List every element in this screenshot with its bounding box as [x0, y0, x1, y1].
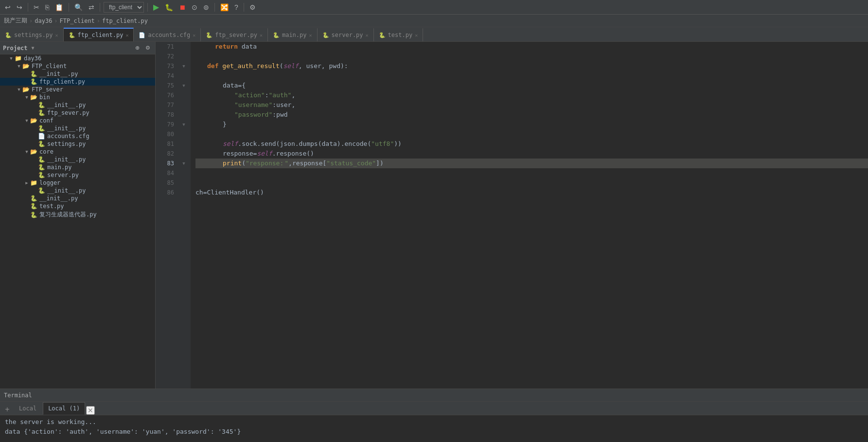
- toolbar-forward-btn[interactable]: ↪: [15, 2, 24, 12]
- tab-ftp-sever-close[interactable]: ✕: [260, 33, 263, 38]
- code-content[interactable]: return data def get_auth_result ( self ,…: [191, 42, 868, 389]
- toolbar-paste-btn[interactable]: 📋: [53, 2, 65, 12]
- terminal-content[interactable]: the server is working... data {'action':…: [0, 415, 868, 442]
- tree-fuxi[interactable]: 🐍 复习生成器迭代器.py: [0, 210, 155, 219]
- tree-init-1[interactable]: 🐍 __init__.py: [0, 70, 155, 78]
- toolbar: ↩ ↪ ✂ ⎘ 📋 🔍 ⇄ ftp_client ▶ 🐛 ⏹ ⊙ ⊚ 🔀 ? ⚙: [0, 0, 868, 15]
- code-area: 71 72 73 74 75 76 77 78 79 80 81 82 83 8…: [156, 42, 868, 389]
- fold-73[interactable]: ▼: [181, 61, 187, 71]
- fold-82: [181, 149, 187, 159]
- code-line-82: response= self .response(): [195, 149, 868, 159]
- terminal-close-btn[interactable]: ✕: [86, 406, 95, 415]
- py-icon-mainpy: 🐍: [38, 164, 46, 171]
- tree-ftpclient[interactable]: ▼ 📂 FTP_client: [0, 62, 155, 70]
- tree-sever-init[interactable]: 🐍 __init__.py: [0, 194, 155, 202]
- toolbar-copy-btn[interactable]: ⎘: [43, 2, 51, 12]
- tree-day36[interactable]: ▼ 📁 day36: [0, 54, 155, 62]
- tree-settingspy[interactable]: 🐍 settings.py: [0, 140, 155, 148]
- tree-label-logger: logger: [39, 179, 60, 186]
- tab-ftp-client[interactable]: 🐍 ftp_client.py ✕: [64, 28, 134, 41]
- folder-icon-day36: 📁: [15, 55, 22, 62]
- tree-serverpy[interactable]: 🐍 server.py: [0, 171, 155, 179]
- tree-conf-init[interactable]: 🐍 __init__.py: [0, 124, 155, 132]
- breadcrumb-day36[interactable]: day36: [35, 18, 52, 24]
- tree-logger-init[interactable]: 🐍 __init__.py: [0, 187, 155, 194]
- kw-return: return: [215, 42, 238, 52]
- tree-label-init-1: __init__.py: [39, 71, 78, 77]
- toolbar-back-btn[interactable]: ↩: [3, 2, 13, 12]
- tree-ftpsever[interactable]: ▼ 📂 FTP_sever: [0, 86, 155, 93]
- fn-print: print: [223, 159, 242, 168]
- toolbar-vcs-btn[interactable]: 🔀: [218, 2, 230, 12]
- code-editor[interactable]: 71 72 73 74 75 76 77 78 79 80 81 82 83 8…: [156, 42, 868, 389]
- breadcrumb-file[interactable]: ftp_client.py: [102, 18, 148, 24]
- code-line-76: "action" : "auth" ,: [195, 90, 868, 100]
- toolbar-coverage-btn[interactable]: ⊙: [190, 2, 199, 12]
- tab-accounts[interactable]: 📄 accounts.cfg ✕: [134, 28, 201, 41]
- tab-accounts-close[interactable]: ✕: [193, 33, 195, 38]
- linenum-79: 79: [156, 120, 177, 129]
- fold-85: [181, 178, 187, 188]
- toolbar-stop-btn[interactable]: ⏹: [177, 2, 188, 12]
- tree-label-day36: day36: [24, 55, 41, 62]
- tab-server-close[interactable]: ✕: [366, 33, 369, 38]
- linenum-71: 71: [156, 42, 177, 52]
- tab-ftp-client-close[interactable]: ✕: [125, 33, 128, 38]
- tree-ftpseverpy[interactable]: 🐍 ftp_sever.py: [0, 109, 155, 117]
- sidebar: Project ▼ ⊕ ⚙ ▼ 📁 day36 ▼ 📂 FTP_client 🐍: [0, 42, 156, 389]
- add-terminal-tab-btn[interactable]: +: [2, 404, 13, 415]
- fold-78: [181, 110, 187, 120]
- toolbar-profile-btn[interactable]: ⊚: [201, 2, 211, 12]
- toolbar-run-btn[interactable]: ▶: [151, 1, 161, 13]
- run-config-dropdown[interactable]: ftp_client: [104, 2, 144, 13]
- breadcrumb-ftpclient-label: FTP_client: [60, 18, 95, 24]
- toolbar-sep-3: [100, 3, 100, 12]
- tree-conf[interactable]: ▼ 📂 conf: [0, 117, 155, 124]
- main-tab-icon: 🐍: [273, 32, 280, 38]
- breadcrumb-root[interactable]: 脱产三期: [4, 17, 27, 25]
- tab-test-close[interactable]: ✕: [415, 33, 418, 38]
- py-icon-ftpclientpy: 🐍: [30, 78, 38, 85]
- term-tab-local1[interactable]: Local (1): [43, 402, 85, 415]
- tree-bin[interactable]: ▼ 📂 bin: [0, 93, 155, 101]
- toolbar-cut-btn[interactable]: ✂: [32, 2, 41, 12]
- term-tab-local[interactable]: Local: [14, 402, 42, 415]
- tree-core[interactable]: ▼ 📂 core: [0, 148, 155, 156]
- toolbar-debug-btn[interactable]: 🐛: [163, 2, 175, 12]
- tab-main[interactable]: 🐍 main.py ✕: [268, 28, 318, 41]
- fold-79[interactable]: ▼: [181, 120, 187, 129]
- str-password-key: "password": [234, 110, 272, 120]
- py-icon-logger-init: 🐍: [38, 187, 46, 194]
- tree-bin-init[interactable]: 🐍 __init__.py: [0, 101, 155, 109]
- tree-mainpy[interactable]: 🐍 main.py: [0, 163, 155, 171]
- sidebar-sync-btn[interactable]: ⊕: [133, 44, 142, 52]
- toolbar-settings-btn[interactable]: ⚙: [248, 2, 258, 12]
- breadcrumb-ftpclient[interactable]: FTP_client: [60, 18, 95, 24]
- sidebar-gear-btn[interactable]: ⚙: [143, 44, 152, 52]
- tree-testpy[interactable]: 🐍 test.py: [0, 202, 155, 210]
- tab-test-label: test.py: [388, 32, 413, 38]
- tab-settings[interactable]: 🐍 settings.py ✕: [0, 28, 64, 41]
- tab-ftp-client-label: ftp_client.py: [78, 32, 124, 38]
- fold-83[interactable]: ▼: [181, 159, 187, 168]
- tab-server[interactable]: 🐍 server.py ✕: [318, 28, 374, 41]
- toolbar-replace-btn[interactable]: ⇄: [87, 2, 96, 12]
- tab-settings-close[interactable]: ✕: [55, 33, 58, 38]
- breadcrumb-sep-1: ›: [29, 18, 33, 24]
- code-line-83: print ( "response:" ,response[ "status_c…: [195, 159, 868, 168]
- fold-75[interactable]: ▼: [181, 81, 187, 90]
- tree-core-init[interactable]: 🐍 __init__.py: [0, 156, 155, 163]
- tree-ftpclientpy[interactable]: 🐍 ftp_client.py: [0, 78, 155, 86]
- terminal-area: Terminal + Local Local (1) ✕ the server …: [0, 389, 868, 442]
- toolbar-find-btn[interactable]: 🔍: [72, 2, 85, 12]
- tab-main-close[interactable]: ✕: [309, 33, 312, 38]
- tree-arrow-logger: ▶: [23, 180, 30, 185]
- fold-84: [181, 168, 187, 178]
- tab-test[interactable]: 🐍 test.py ✕: [374, 28, 424, 41]
- toolbar-help-btn[interactable]: ?: [232, 2, 240, 12]
- sidebar-dropdown-arrow: ▼: [32, 45, 35, 51]
- tree-accountscfg[interactable]: 📄 accounts.cfg: [0, 132, 155, 140]
- tab-ftp-sever[interactable]: 🐍 ftp_sever.py ✕: [201, 28, 268, 41]
- tree-logger[interactable]: ▶ 📁 logger: [0, 179, 155, 187]
- folder-icon-conf: 📂: [30, 117, 38, 124]
